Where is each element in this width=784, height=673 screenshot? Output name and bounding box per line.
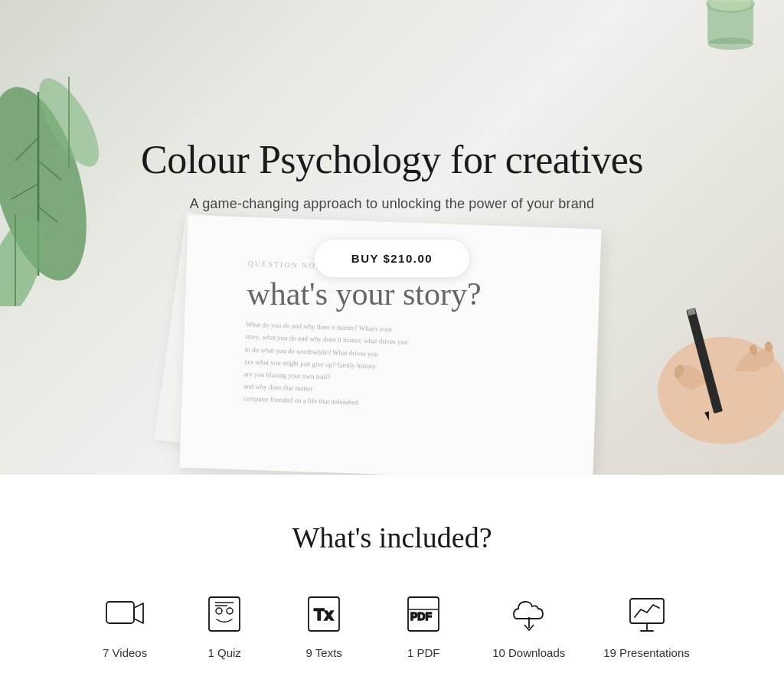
pdf-label: 1 PDF — [407, 646, 440, 659]
included-item-quiz: 1 Quiz — [194, 593, 255, 659]
buy-button[interactable]: BUY $210.00 — [315, 240, 469, 277]
hero-title: Colour Psychology for creatives — [141, 136, 643, 184]
svg-marker-22 — [134, 603, 143, 623]
included-item-texts: Tx 9 Texts — [293, 593, 354, 659]
svg-rect-21 — [106, 602, 134, 623]
downloads-label: 10 Downloads — [492, 646, 565, 659]
included-item-downloads: 10 Downloads — [492, 593, 565, 659]
included-title: What's included? — [15, 521, 769, 554]
svg-point-12 — [707, 38, 753, 50]
texts-label: 9 Texts — [306, 646, 342, 659]
svg-text:Tx: Tx — [314, 605, 334, 624]
svg-point-25 — [227, 608, 233, 614]
svg-text:PDF: PDF — [410, 610, 432, 622]
hero-subtitle: A game-changing approach to unlocking th… — [141, 196, 643, 212]
quiz-icon — [203, 593, 246, 635]
hero-section: QUESTION NO. 1 what's your story? What d… — [0, 0, 784, 475]
included-items-list: 7 Videos 1 Quiz — [15, 593, 769, 659]
presentation-icon — [626, 593, 668, 635]
svg-point-24 — [216, 608, 222, 614]
download-icon — [508, 593, 550, 635]
quiz-label: 1 Quiz — [207, 646, 240, 659]
glass-decoration — [700, 0, 761, 61]
video-icon — [103, 593, 146, 635]
hero-content: Colour Psychology for creatives A game-c… — [141, 136, 643, 277]
included-item-videos: 7 Videos — [94, 593, 155, 659]
text-icon: Tx — [302, 593, 345, 635]
included-section: What's included? 7 Videos — [0, 475, 784, 673]
included-item-pdf: PDF 1 PDF — [393, 593, 454, 659]
videos-label: 7 Videos — [103, 646, 147, 659]
included-item-presentations: 19 Presentations — [603, 593, 690, 659]
leaf-decoration-left — [0, 61, 130, 306]
svg-rect-34 — [630, 599, 664, 623]
pdf-icon: PDF — [402, 593, 445, 635]
presentations-label: 19 Presentations — [603, 646, 690, 659]
